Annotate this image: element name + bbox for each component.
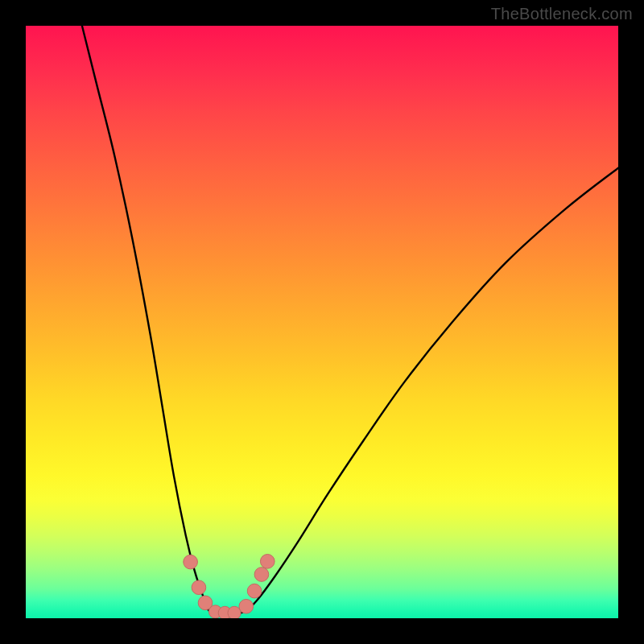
valley-marker [184,555,198,569]
bottleneck-curve-path [82,26,618,615]
curves-layer [26,26,618,618]
valley-marker [239,599,254,613]
watermark-text: TheBottleneck.com [491,5,633,23]
valley-marker [254,568,269,582]
valley-marker [192,580,206,595]
valley-marker [247,584,262,598]
bottleneck-curves [82,26,618,615]
plot-area [26,26,618,618]
valley-marker [260,555,275,569]
chart-frame: TheBottleneck.com [0,0,644,644]
valley-markers [184,555,275,618]
